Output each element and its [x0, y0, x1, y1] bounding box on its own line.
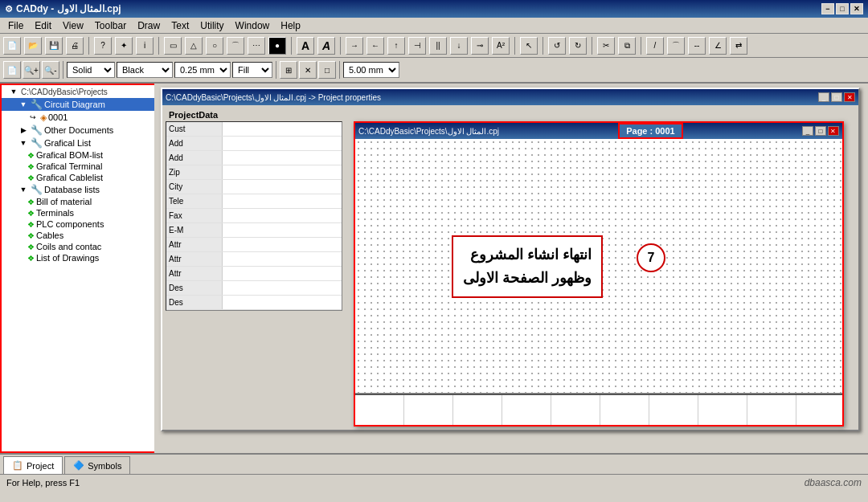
menu-text[interactable]: Text	[166, 18, 194, 33]
tree-plc[interactable]: ❖ PLC components	[2, 218, 154, 230]
attr1-value[interactable]	[223, 238, 342, 251]
app-icon: ⚙	[5, 4, 13, 14]
menu-utility[interactable]: Utility	[195, 18, 228, 33]
minimize-button[interactable]: −	[821, 3, 834, 14]
line-style-select[interactable]: Solid Dashed Dotted	[67, 62, 115, 78]
cross-btn[interactable]: ✕	[299, 61, 317, 79]
pointer-button[interactable]: ✦	[115, 37, 133, 55]
form-row-attr2: Attr	[166, 252, 342, 267]
dash-button[interactable]: --	[688, 37, 706, 55]
square-btn[interactable]: □	[318, 61, 336, 79]
redo-button[interactable]: ↻	[569, 37, 587, 55]
draw-tool-2[interactable]: △	[185, 37, 203, 55]
attr2-value[interactable]	[223, 252, 342, 266]
tree-billofmat[interactable]: ❖ Bill of material	[2, 196, 154, 207]
tool-misc4[interactable]: ⊸	[471, 37, 489, 55]
menu-edit[interactable]: Edit	[30, 18, 56, 33]
linewidth-select[interactable]: 0.25 mm 0.5 mm 1.0 mm	[174, 62, 231, 78]
city-value[interactable]	[223, 180, 342, 194]
tree-bom[interactable]: ❖ Grafical BOM-list	[2, 149, 154, 161]
tool-misc2[interactable]: ||	[429, 37, 447, 55]
tool-misc5[interactable]: A²	[492, 37, 510, 55]
tool-misc3[interactable]: ↓	[450, 37, 468, 55]
menu-file[interactable]: File	[3, 18, 28, 33]
tool-misc1[interactable]: ⊣	[408, 37, 426, 55]
new-button[interactable]: 📄	[3, 37, 21, 55]
tree-drawings[interactable]: ❖ List of Drawings	[2, 252, 154, 263]
tree-terminals[interactable]: ❖ Terminals	[2, 207, 154, 218]
page-close[interactable]: ✕	[828, 126, 839, 136]
dialog-maximize[interactable]: □	[831, 92, 842, 102]
page-title-bar: C:\CADdyBasic\Projects\المثال الاول.cpj …	[355, 123, 842, 139]
text-tool-2[interactable]: A	[317, 37, 335, 55]
maximize-button[interactable]: □	[836, 3, 849, 14]
tree-other-docs[interactable]: ▶ 🔧 Other Documents	[2, 124, 154, 137]
arrow-up[interactable]: ↑	[387, 37, 405, 55]
tab-symbols[interactable]: 🔷 Symbols	[64, 456, 130, 474]
cust-value[interactable]	[223, 122, 342, 136]
cut-button[interactable]: ✂	[597, 37, 615, 55]
save-button[interactable]: 💾	[45, 37, 63, 55]
close-button[interactable]: ✕	[850, 3, 863, 14]
curve-button[interactable]: ⌒	[667, 37, 685, 55]
toolbar-row2: 📄 🔍+ 🔍- Solid Dashed Dotted Black Red Bl…	[0, 58, 868, 84]
copy-button[interactable]: ⧉	[618, 37, 636, 55]
tree-grafical-list[interactable]: ▼ 🔧 Grafical List	[2, 137, 154, 149]
email-value[interactable]	[223, 223, 342, 237]
draw-tool-3[interactable]: ○	[206, 37, 223, 55]
tree-terminal[interactable]: ❖ Grafical Terminal	[2, 161, 154, 172]
draw-tool-4[interactable]: ⌒	[227, 37, 244, 55]
page-minimize[interactable]: _	[802, 126, 813, 136]
open-button[interactable]: 📂	[24, 37, 42, 55]
form-row-des1: Des	[166, 281, 342, 296]
page-maximize[interactable]: □	[815, 126, 826, 136]
tree-circuit-diagram[interactable]: ▼ 🔧 Circuit Diagram	[2, 98, 154, 111]
zoom-out-btn[interactable]: 🔍-	[42, 61, 59, 79]
des2-label: Des	[166, 296, 223, 309]
tele-value[interactable]	[223, 194, 342, 208]
text-tool-1[interactable]: A	[297, 37, 314, 55]
des1-value[interactable]	[223, 281, 342, 295]
menu-toolbar[interactable]: Toolbar	[90, 18, 131, 33]
dialog-close[interactable]: ✕	[844, 92, 855, 102]
fill-select[interactable]: Fill None	[232, 62, 272, 78]
angle-button[interactable]: ∠	[709, 37, 727, 55]
sep10	[276, 61, 276, 79]
attr3-value[interactable]	[223, 267, 342, 280]
des2-value[interactable]	[223, 296, 342, 309]
print-button[interactable]: 🖨	[66, 37, 84, 55]
tree-coils[interactable]: ❖ Coils and contac	[2, 241, 154, 252]
tree-page-0001[interactable]: ↪ ◈ 0001	[2, 111, 154, 124]
menu-help[interactable]: Help	[276, 18, 305, 33]
menu-view[interactable]: View	[58, 18, 88, 33]
info-button[interactable]: i	[136, 37, 154, 55]
color-select[interactable]: Black Red Blue	[117, 62, 173, 78]
bottom-area: 📋 Project 🔷 Symbols For Help, press F1 d…	[0, 453, 868, 496]
zoom-in-btn[interactable]: 🔍+	[23, 61, 40, 79]
tab-project[interactable]: 📋 Project	[3, 456, 63, 474]
draw-tool-1[interactable]: ▭	[164, 37, 182, 55]
tree-cables[interactable]: ❖ Cables	[2, 230, 154, 241]
grid-btn[interactable]: ⊞	[280, 61, 297, 79]
draw-tool-5[interactable]: ⋯	[248, 37, 265, 55]
dialog-minimize[interactable]: _	[818, 92, 829, 102]
fax-value[interactable]	[223, 209, 342, 222]
undo-button[interactable]: ↺	[548, 37, 566, 55]
help-button[interactable]: ?	[94, 37, 112, 55]
measure-select[interactable]: 5.00 mm 2.50 mm 1.00 mm	[343, 62, 399, 78]
tree-cablelist[interactable]: ❖ Grafical Cablelist	[2, 172, 154, 183]
mirror-button[interactable]: ⇄	[730, 37, 747, 55]
arrow-left[interactable]: ←	[366, 37, 384, 55]
select-tool[interactable]: ↖	[520, 37, 538, 55]
add1-value[interactable]	[223, 137, 342, 150]
draw-tool-6[interactable]: ●	[268, 37, 286, 55]
arrow-right[interactable]: →	[346, 37, 363, 55]
tree-db-lists[interactable]: ▼ 🔧 Database lists	[2, 183, 154, 196]
add2-value[interactable]	[223, 151, 342, 165]
menu-window[interactable]: Window	[231, 18, 275, 33]
line-button[interactable]: /	[646, 37, 664, 55]
page-btn-1[interactable]: 📄	[3, 61, 21, 79]
menu-draw[interactable]: Draw	[133, 18, 165, 33]
tree-root[interactable]: ▼ C:\CADdyBasic\Projects	[2, 85, 154, 98]
zip-value[interactable]	[223, 165, 342, 179]
